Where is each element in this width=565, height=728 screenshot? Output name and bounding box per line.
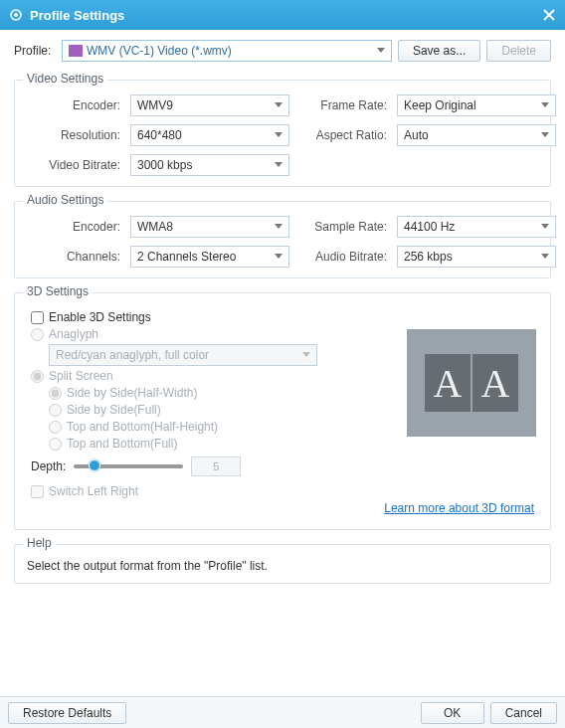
cancel-button[interactable]: Cancel xyxy=(490,702,557,724)
help-text: Select the output format from the "Profi… xyxy=(27,559,538,573)
chevron-down-icon xyxy=(275,224,282,229)
chevron-down-icon xyxy=(275,102,282,107)
help-title: Help xyxy=(23,536,56,550)
split-screen-label: Split Screen xyxy=(49,369,113,383)
tab-full-radio xyxy=(49,438,62,451)
video-settings-title: Video Settings xyxy=(23,72,107,86)
chevron-down-icon xyxy=(541,254,549,259)
aspect-ratio-label: Aspect Ratio: xyxy=(293,128,393,142)
audio-bitrate-select[interactable]: 256 kbps xyxy=(397,246,556,268)
depth-slider xyxy=(74,464,183,468)
enable-3d-label: Enable 3D Settings xyxy=(49,310,151,324)
switch-lr-checkbox xyxy=(31,485,44,498)
3d-settings-title: 3D Settings xyxy=(23,284,93,298)
sbs-half-radio xyxy=(49,387,62,400)
ok-button[interactable]: OK xyxy=(421,702,484,724)
learn-more-link[interactable]: Learn more about 3D format xyxy=(384,501,534,515)
chevron-down-icon xyxy=(275,254,282,259)
video-encoder-label: Encoder: xyxy=(27,98,126,112)
audio-bitrate-label: Audio Bitrate: xyxy=(293,250,393,264)
svg-point-1 xyxy=(14,13,18,17)
aspect-ratio-select[interactable]: Auto xyxy=(397,124,556,146)
chevron-down-icon xyxy=(541,102,549,107)
anaglyph-mode-select: Red/cyan anaglyph, full color xyxy=(49,344,317,366)
resolution-label: Resolution: xyxy=(27,128,126,142)
profile-label: Profile: xyxy=(14,44,56,58)
tab-half-radio xyxy=(49,421,62,434)
3d-settings-section: 3D Settings Enable 3D Settings Anaglyph … xyxy=(14,292,551,530)
format-icon xyxy=(69,45,83,57)
sample-rate-label: Sample Rate: xyxy=(293,220,393,234)
preview-left: A xyxy=(425,354,471,412)
channels-select[interactable]: 2 Channels Stereo xyxy=(130,246,289,268)
profile-select[interactable]: WMV (VC-1) Video (*.wmv) xyxy=(62,40,392,62)
sample-rate-select[interactable]: 44100 Hz xyxy=(397,216,556,238)
close-icon[interactable] xyxy=(541,7,557,23)
video-bitrate-label: Video Bitrate: xyxy=(27,158,126,172)
titlebar: Profile Settings xyxy=(0,0,565,30)
enable-3d-checkbox[interactable] xyxy=(31,311,44,324)
frame-rate-select[interactable]: Keep Original xyxy=(397,94,556,116)
chevron-down-icon xyxy=(275,162,282,167)
chevron-down-icon xyxy=(275,132,282,137)
chevron-down-icon xyxy=(541,224,549,229)
depth-label: Depth: xyxy=(31,459,66,473)
audio-settings-title: Audio Settings xyxy=(23,193,107,207)
chevron-down-icon xyxy=(377,48,385,53)
help-section: Help Select the output format from the "… xyxy=(14,544,551,584)
video-bitrate-select[interactable]: 3000 kbps xyxy=(130,154,289,176)
save-as-button[interactable]: Save as... xyxy=(398,40,480,62)
video-encoder-select[interactable]: WMV9 xyxy=(130,94,289,116)
slider-thumb xyxy=(89,459,100,471)
3d-preview: A A xyxy=(407,329,536,437)
sbs-full-radio xyxy=(49,404,62,417)
chevron-down-icon xyxy=(541,132,549,137)
audio-encoder-select[interactable]: WMA8 xyxy=(130,216,289,238)
chevron-down-icon xyxy=(302,352,310,357)
channels-label: Channels: xyxy=(27,250,126,264)
restore-defaults-button[interactable]: Restore Defaults xyxy=(8,702,126,724)
frame-rate-label: Frame Rate: xyxy=(293,98,393,112)
split-screen-radio xyxy=(31,370,44,383)
depth-spinner: 5 xyxy=(191,456,241,476)
footer: Restore Defaults OK Cancel xyxy=(0,696,565,728)
anaglyph-label: Anaglyph xyxy=(49,327,98,341)
anaglyph-radio xyxy=(31,328,44,341)
resolution-select[interactable]: 640*480 xyxy=(130,124,289,146)
audio-settings-section: Audio Settings Encoder: WMA8 Sample Rate… xyxy=(14,201,551,278)
audio-encoder-label: Encoder: xyxy=(27,220,126,234)
switch-lr-label: Switch Left Right xyxy=(49,484,138,498)
delete-button: Delete xyxy=(486,40,551,62)
video-settings-section: Video Settings Encoder: WMV9 Frame Rate:… xyxy=(14,80,551,187)
profile-value: WMV (VC-1) Video (*.wmv) xyxy=(87,44,232,58)
window-title: Profile Settings xyxy=(30,8,541,23)
preview-right: A xyxy=(472,354,518,412)
app-icon xyxy=(8,7,24,23)
